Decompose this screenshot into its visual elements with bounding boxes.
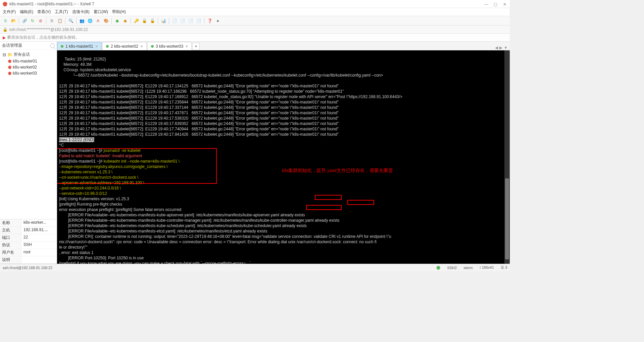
- status-dot-icon: [151, 45, 154, 48]
- palette-icon[interactable]: 🎨: [103, 18, 109, 24]
- font-icon[interactable]: A: [95, 18, 101, 24]
- term-line: 12月 29 19:40:17 k8s-master01 kubelet[665…: [59, 84, 339, 88]
- copy-icon[interactable]: ⎘: [49, 18, 54, 24]
- term-line: already exists: [280, 213, 305, 217]
- flag-icon: ▶: [3, 35, 6, 40]
- term-line: 12月 29 19:40:17 k8s-master01 kubelet[665…: [59, 89, 344, 94]
- annotation-box-3: [347, 200, 374, 205]
- prop-proto-v: SSH: [21, 242, 57, 249]
- hint-bar: ▶ 要添加当前会话，点击左侧的箭头按钮。: [0, 34, 510, 42]
- key-icon[interactable]: 🔑: [134, 18, 139, 24]
- tab-close-icon[interactable]: ×: [185, 44, 188, 49]
- link-icon[interactable]: 🔗: [22, 18, 27, 24]
- tree-item-worker03[interactable]: k8s-worker03: [0, 70, 57, 76]
- users-icon[interactable]: 👥: [79, 18, 85, 24]
- doc4-icon[interactable]: 📄: [196, 18, 201, 24]
- disconnect-icon[interactable]: ⊘: [38, 18, 43, 24]
- host-icon: [8, 72, 11, 75]
- menu-tabs[interactable]: 选项卡(B): [72, 9, 90, 15]
- ssh-status-icon: ⬤: [436, 265, 440, 270]
- new-session-icon[interactable]: ⎘: [3, 18, 8, 24]
- menu-edit[interactable]: 编辑(E): [20, 9, 33, 15]
- tab-master01[interactable]: 1 k8s-master01 ×: [57, 42, 102, 50]
- address-text[interactable]: ssh://root:***************@192.168.91.10…: [9, 27, 88, 32]
- term-line: le or directory\"": [59, 245, 88, 250]
- paste-icon[interactable]: 📋: [57, 18, 62, 24]
- tab-prev-icon[interactable]: ◀: [495, 45, 498, 50]
- term-line: 12月 29 19:40:17 k8s-master01 kubelet[665…: [59, 105, 339, 110]
- term-line-highlight: lines 1-22/22 (END): [59, 137, 94, 142]
- search-icon[interactable]: 🔍: [68, 18, 73, 24]
- menu-help[interactable]: 帮助(H): [112, 9, 126, 15]
- globe-icon[interactable]: 🌐: [87, 18, 93, 24]
- maximize-button[interactable]: ▢: [494, 2, 498, 6]
- annotation-box-1: [57, 148, 217, 184]
- tab-close-icon[interactable]: ×: [95, 44, 98, 49]
- doc-icon[interactable]: 📄: [172, 18, 177, 24]
- prop-port-v: 22: [21, 234, 57, 241]
- prop-proto-k: 协议: [0, 242, 21, 249]
- session-tree: ⊟ 📁 所有会话 k8s-master01 k8s-worker02 k8s-w…: [0, 50, 57, 219]
- term-line: [preflight] Running pre-flight checks: [59, 202, 122, 207]
- close-button[interactable]: ✕: [503, 2, 507, 6]
- menu-file[interactable]: 文件(F): [3, 9, 16, 15]
- tab-close-icon[interactable]: ×: [140, 44, 143, 49]
- tree-item-master01[interactable]: k8s-master01: [0, 58, 57, 64]
- collapse-icon: ⊟: [3, 52, 6, 57]
- terminal[interactable]: Tasks: 15 (limit: 21282) Memory: 49.3M C…: [57, 50, 510, 264]
- prop-host-k: 主机: [0, 227, 21, 234]
- help-icon[interactable]: ❓: [207, 18, 212, 24]
- status-size: 186x41: [482, 265, 494, 269]
- tab-next-icon[interactable]: ▶: [499, 45, 502, 50]
- sidebar-title: 会话管理器: [2, 43, 22, 48]
- sidebar-search-icon[interactable]: [50, 43, 55, 48]
- term-line: 12月 29 19:40:17 k8s-master01 kubelet[665…: [59, 121, 339, 126]
- minimize-button[interactable]: —: [484, 2, 488, 6]
- status-term: xterm: [463, 266, 473, 270]
- term-line: 12月 29 19:40:17 k8s-master01 kubelet[665…: [59, 111, 339, 115]
- separator: [131, 18, 131, 24]
- term-line: Memory: 49.3M: [59, 62, 92, 67]
- chart-icon[interactable]: 📊: [161, 18, 166, 24]
- tab-menu-icon[interactable]: ▼: [504, 45, 508, 50]
- term-line: [init] Using Kubernetes version: v1.25.3: [59, 197, 129, 201]
- menu-tools[interactable]: 工具(T): [55, 9, 68, 15]
- term-line: [ERROR FileAvailable--etc-kubernetes-man…: [59, 223, 271, 228]
- menu-window[interactable]: 窗口(W): [94, 9, 108, 15]
- open-icon[interactable]: 📂: [11, 18, 16, 24]
- host-icon: [8, 59, 11, 63]
- reconnect-icon[interactable]: ↻: [30, 18, 35, 24]
- separator: [65, 18, 65, 24]
- tab-worker03[interactable]: 3 k8s-worker03 ×: [147, 42, 192, 50]
- separator: [111, 18, 112, 24]
- lock-icon[interactable]: 🔒: [142, 18, 147, 24]
- annotation-box-2: [315, 195, 342, 200]
- prop-port-k: 端口: [0, 234, 21, 241]
- status-bar: ssh://root@192.168.91.100:22 ⬤ SSH2 xter…: [0, 264, 510, 271]
- term-line: , error: exit status 1: [59, 250, 94, 255]
- toolbar: ⎘ 📂 🔗 ↻ ⊘ ⎘ 📋 🔍 👥 🌐 A 🎨 ◉ ◉ 🔑 🔒 🔓 📊 📄 📄 …: [0, 16, 510, 26]
- term-line: [ERROR FileAvailable--etc-kubernetes-man…: [59, 218, 315, 223]
- unlock-icon[interactable]: 🔓: [150, 18, 155, 24]
- doc3-icon[interactable]: 📄: [188, 18, 193, 24]
- prop-desc-v: [21, 256, 57, 263]
- tree-item-worker02[interactable]: k8s-worker02: [0, 64, 57, 70]
- terminal-scrollbar[interactable]: [504, 50, 510, 264]
- status-ssh: SSH2: [447, 266, 457, 270]
- term-line: 12月 29 19:40:17 k8s-master01 kubelet[665…: [59, 127, 339, 131]
- circle-icon[interactable]: ◉: [114, 18, 120, 24]
- term-line: ^C: [59, 143, 64, 147]
- tree-item-label: k8s-worker02: [13, 65, 37, 70]
- about-icon[interactable]: ●: [215, 18, 220, 24]
- separator: [169, 18, 169, 24]
- term-line: error execution phase preflight: [prefli…: [59, 207, 182, 212]
- doc2-icon[interactable]: 📄: [180, 18, 185, 24]
- menu-view[interactable]: 查看(V): [37, 9, 51, 15]
- term-line: CGroup: /system.slice/kubelet.service: [59, 68, 131, 72]
- host-icon: [8, 66, 11, 69]
- scrollbar-thumb[interactable]: [505, 178, 509, 259]
- tree-root[interactable]: ⊟ 📁 所有会话: [0, 51, 57, 58]
- tab-worker02[interactable]: 2 k8s-worker02 ×: [102, 42, 147, 50]
- tab-add-button[interactable]: +: [192, 43, 200, 50]
- circle2-icon[interactable]: ◉: [122, 18, 128, 24]
